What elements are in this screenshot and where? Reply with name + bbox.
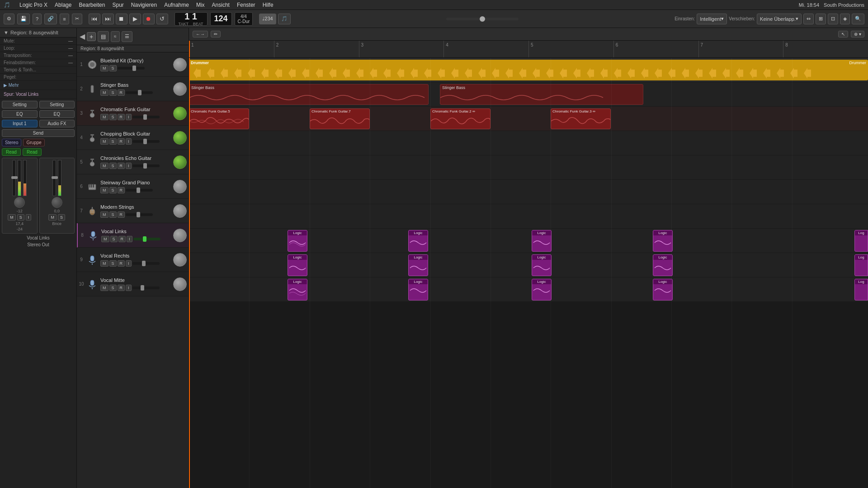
track-vol-knob-2[interactable] (173, 82, 187, 96)
logic-clip-8-4[interactable]: Logic (653, 230, 673, 252)
logic-clip-9-5[interactable]: Log (854, 254, 868, 276)
cursor-btn[interactable]: ↖ (838, 31, 848, 38)
drummer-clip[interactable]: Drummer Drummer (189, 60, 868, 80)
read-btn[interactable]: Read (2, 148, 21, 156)
track-row-5[interactable]: 5 Chronicles Echo Guitar M S R I (77, 150, 189, 174)
track-m-btn-7[interactable]: M (100, 211, 108, 218)
m-btn[interactable]: M (8, 214, 16, 221)
toolbar-btn-share[interactable]: 🔗 (44, 14, 57, 24)
track-r-btn-5[interactable]: R (118, 163, 125, 169)
track-s-btn-9[interactable]: S (109, 260, 117, 267)
menu-ansicht[interactable]: Ansicht (212, 2, 230, 8)
menu-spur[interactable]: Spur (112, 2, 123, 8)
menu-aufnahme[interactable]: Aufnahme (164, 2, 189, 8)
logic-clip-10-5[interactable]: Log (854, 279, 868, 300)
stinger-bass-clip-1[interactable]: Stinger Bass (189, 84, 429, 105)
track-m-btn-2[interactable]: M (100, 89, 108, 96)
right-m-btn[interactable]: M (48, 214, 57, 221)
logic-clip-8-5[interactable]: Log (854, 230, 868, 252)
track-r-btn-4[interactable]: R (118, 138, 125, 145)
logic-clip-9-1[interactable]: Logic (288, 254, 307, 276)
rewind-button[interactable]: ⏮ (89, 14, 100, 24)
track-m-btn-1[interactable]: M (100, 65, 108, 71)
track-slider-2[interactable] (126, 91, 153, 94)
track-i-btn-4[interactable]: I (126, 138, 132, 145)
track-slider-3[interactable] (132, 116, 160, 118)
logic-clip-10-3[interactable]: Logic (532, 279, 552, 300)
track-s-btn-3[interactable]: S (109, 114, 117, 120)
menu-help[interactable]: Hilfe (263, 2, 274, 8)
track-i-btn-10[interactable]: I (126, 285, 132, 291)
track-vol-knob-5[interactable] (173, 155, 187, 169)
track-vol-knob-4[interactable] (173, 131, 187, 145)
track-row-6[interactable]: 6 Steinway Grand Piano M S R (77, 174, 189, 199)
toolbar-btn-settings[interactable]: ⚙ (4, 14, 14, 24)
track-m-btn-9[interactable]: M (100, 260, 108, 267)
track-slider-7[interactable] (126, 213, 153, 216)
track-slider-1[interactable] (118, 67, 145, 70)
track-r-btn-2[interactable]: R (118, 89, 125, 96)
logic-clip-9-2[interactable]: Logic (408, 254, 428, 276)
track-s-btn-7[interactable]: S (109, 211, 117, 218)
track-s-btn-5[interactable]: S (109, 163, 117, 169)
track-vol-knob-1[interactable] (173, 58, 187, 71)
logic-clip-10-4[interactable]: Logic (653, 279, 673, 300)
track-i-btn-9[interactable]: I (126, 260, 132, 267)
track-slider-4[interactable] (132, 140, 160, 143)
track-slider-9[interactable] (132, 262, 160, 265)
track-m-btn-8[interactable]: M (101, 236, 109, 242)
toolbar-btn-mixer[interactable]: ≡ (60, 14, 69, 24)
eq-btn-2[interactable]: EQ (39, 110, 75, 118)
track-view-btn[interactable]: ▤ (98, 31, 109, 42)
smart-btn[interactable]: ◈ (840, 14, 850, 24)
time-signature[interactable]: 4/4 C-Dur (235, 12, 253, 26)
align-btn[interactable]: ⊡ (828, 14, 838, 24)
tempo-display[interactable]: 124 (210, 12, 232, 26)
search-btn[interactable]: 🔍 (852, 14, 864, 24)
track-s-btn-10[interactable]: S (109, 285, 117, 291)
tempo-row[interactable]: Tempo & Tonh... (0, 66, 76, 74)
track-i-btn-5[interactable]: I (126, 163, 132, 169)
i-btn[interactable]: I (26, 214, 32, 221)
track-row-2[interactable]: 2 Stinger Bass M S R (77, 77, 189, 101)
logic-clip-8-1[interactable]: Logic (288, 230, 307, 252)
stop-button[interactable]: ⏹ (116, 14, 127, 24)
right-pan-knob[interactable] (52, 197, 62, 208)
fastforward-button[interactable]: ⏭ (102, 14, 114, 24)
track-row-3[interactable]: 3 Chromatic Funk Guitar M S R I (77, 101, 189, 126)
logic-clip-8-2[interactable]: Logic (408, 230, 428, 252)
track-s-btn-6[interactable]: S (109, 187, 117, 193)
menu-ablage[interactable]: Ablage (55, 2, 71, 8)
track-i-btn-8[interactable]: I (127, 236, 132, 242)
toolbar-btn-edit[interactable]: ✂ (72, 14, 82, 24)
track-slider-10[interactable] (132, 286, 160, 289)
track-zoom-btn[interactable]: ≈ (111, 31, 120, 42)
track-slider-5[interactable] (132, 164, 160, 167)
track-row-8[interactable]: 8 Vocal Links M S R I (77, 223, 189, 248)
logic-clip-9-4[interactable]: Logic (653, 254, 673, 276)
play-button[interactable]: ▶ (129, 14, 141, 24)
menu-bearbeiten[interactable]: Bearbeiten (79, 2, 105, 8)
track-slider-8[interactable] (133, 238, 160, 240)
track-m-btn-5[interactable]: M (100, 163, 108, 169)
send-btn[interactable]: Send (2, 129, 75, 137)
grid-btn[interactable]: ⊞ (816, 14, 826, 24)
setting-btn-2[interactable]: Setting (39, 101, 75, 108)
cycle-button[interactable]: ↺ (156, 14, 168, 24)
track-r-btn-3[interactable]: R (118, 114, 125, 120)
track-vol-knob-6[interactable] (173, 180, 187, 193)
chromatic-clip-7[interactable]: Chromatic Funk Guitar.7 (310, 108, 370, 129)
track-s-btn-4[interactable]: S (109, 138, 117, 145)
track-m-btn-6[interactable]: M (100, 187, 108, 193)
audio-fx-btn[interactable]: Audio FX (39, 120, 75, 127)
track-slider-6[interactable] (126, 189, 153, 192)
s-btn[interactable]: S (17, 214, 24, 221)
key-display[interactable]: ♩234 (259, 14, 276, 24)
track-row-10[interactable]: 10 Vocal Mitte M S R I (77, 272, 189, 296)
track-r-btn-9[interactable]: R (118, 260, 125, 267)
smart-cursor-btn[interactable]: ⊕ ▾ (851, 31, 864, 38)
add-track-button[interactable]: + (87, 32, 96, 41)
track-row-7[interactable]: 7 Modern Strings M S (77, 199, 189, 223)
metronome-btn[interactable]: 🎵 (278, 14, 291, 24)
track-settings-btn[interactable]: ☰ (122, 31, 132, 42)
